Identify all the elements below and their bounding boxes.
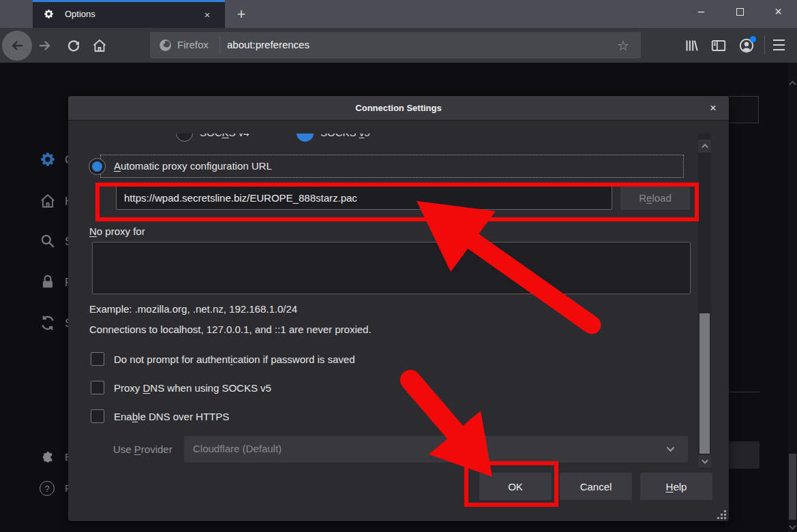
sidebar-item-sync[interactable]: [39, 314, 57, 332]
tab-close-icon[interactable]: ×: [200, 7, 215, 22]
sidebar-item-search[interactable]: [39, 232, 57, 250]
library-button[interactable]: [682, 37, 700, 54]
identity-label[interactable]: Firefox: [177, 39, 209, 50]
checkbox-proxy-dns[interactable]: [91, 381, 104, 394]
back-button[interactable]: [2, 31, 32, 61]
home-icon: [91, 37, 108, 54]
maximize-icon: [736, 8, 744, 16]
window-maximize-button[interactable]: [721, 0, 760, 23]
dialog-title: Connection Settings: [355, 103, 441, 113]
browser-window: Options × + – × Firefox about:preference…: [0, 0, 797, 532]
firefox-logo-icon: [158, 38, 172, 52]
example-text: Example: .mozilla.org, .net.nz, 192.168.…: [89, 303, 297, 315]
sidebar-item-general[interactable]: [39, 151, 57, 168]
gear-icon: [39, 151, 57, 168]
radio-socks4[interactable]: [176, 134, 193, 142]
gear-icon: [43, 8, 55, 20]
radio-socks4-label[interactable]: SOCKS v4: [200, 134, 250, 138]
dialog-close-icon[interactable]: ×: [705, 100, 721, 116]
forward-button[interactable]: [37, 37, 53, 54]
socks-row-clipped: SOCKS v4 SOCKS v5: [68, 134, 698, 146]
checkbox-dns-over-https[interactable]: [91, 409, 104, 423]
window-minimize-button[interactable]: –: [682, 0, 721, 23]
tab-accent-line: [33, 0, 225, 2]
checkbox-dns-over-https-label[interactable]: Enable DNS over HTTPS: [114, 411, 229, 422]
sidebar-item-home[interactable]: [39, 192, 57, 210]
annotation-box-ok: [464, 461, 558, 507]
account-badge: [750, 36, 756, 42]
scroll-down-icon[interactable]: [789, 525, 796, 530]
no-proxy-label: No proxy for: [89, 225, 145, 237]
radio-auto-proxy[interactable]: [89, 158, 106, 175]
toolbar-separator: [764, 35, 765, 54]
no-proxy-textarea[interactable]: [92, 242, 691, 294]
dialog-scroll-up-button[interactable]: [698, 140, 711, 153]
lock-icon: [39, 273, 57, 291]
sidebar-item-privacy[interactable]: [39, 273, 57, 291]
search-icon: [39, 232, 57, 250]
url-text[interactable]: about:preferences: [227, 39, 310, 50]
sync-icon: [39, 314, 57, 332]
bookmark-star-icon[interactable]: ☆: [614, 37, 632, 54]
page-scrollbar[interactable]: [788, 63, 797, 532]
provider-dropdown[interactable]: Cloudflare (Default): [184, 436, 688, 463]
menu-button[interactable]: [773, 40, 785, 50]
reload-button[interactable]: [65, 37, 82, 54]
use-provider-label: Use Provider: [113, 443, 172, 455]
sidebar-toggle-button[interactable]: [710, 37, 727, 54]
reload-icon: [65, 37, 82, 54]
radio-socks5-label[interactable]: SOCKS v5: [320, 134, 370, 138]
sidebar-icon: [710, 37, 727, 54]
annotation-box-proxy-url: [95, 183, 699, 221]
dialog-scrollbar[interactable]: [698, 134, 711, 469]
library-icon: [682, 37, 700, 54]
hamburger-icon: [773, 40, 785, 41]
sidebar-item-support[interactable]: ?: [40, 481, 55, 496]
page-scrollbar-thumb[interactable]: [789, 454, 796, 520]
checkbox-proxy-dns-label[interactable]: Proxy DNS when using SOCKS v5: [114, 382, 271, 394]
provider-value: Cloudflare (Default): [193, 443, 282, 454]
back-arrow-icon: [9, 37, 25, 54]
dialog-scroll-down-button[interactable]: [698, 455, 711, 468]
url-bar[interactable]: Firefox about:preferences ☆: [150, 32, 641, 59]
auto-proxy-label[interactable]: Automatic proxy configuration URL: [114, 160, 272, 172]
dialog-scrollbar-thumb[interactable]: [700, 313, 710, 454]
radio-socks5[interactable]: [297, 134, 314, 142]
dialog-titlebar: Connection Settings: [68, 96, 729, 121]
tab-options[interactable]: Options ×: [33, 0, 225, 28]
chevron-down-icon: [666, 446, 675, 452]
forward-arrow-icon: [37, 37, 53, 54]
home-button[interactable]: [91, 37, 108, 54]
home-icon: [39, 192, 57, 210]
new-tab-button[interactable]: +: [232, 5, 251, 24]
localhost-note: Connections to localhost, 127.0.0.1, and…: [89, 324, 372, 335]
scroll-up-icon[interactable]: [789, 80, 796, 86]
question-icon: ?: [44, 484, 49, 494]
urlbar-divider: [220, 37, 220, 54]
tab-title: Options: [65, 9, 95, 19]
window-close-button[interactable]: ×: [760, 0, 797, 23]
puzzle-icon: [41, 450, 55, 465]
help-button[interactable]: Help: [640, 473, 712, 500]
checkbox-no-prompt-auth[interactable]: [91, 352, 104, 366]
resize-grip-icon[interactable]: [717, 510, 726, 519]
checkbox-no-prompt-auth-label[interactable]: Do not prompt for authentication if pass…: [114, 354, 355, 365]
sidebar-item-extensions[interactable]: [41, 450, 55, 465]
radio-dot: [92, 161, 102, 172]
cancel-button[interactable]: Cancel: [560, 473, 632, 500]
